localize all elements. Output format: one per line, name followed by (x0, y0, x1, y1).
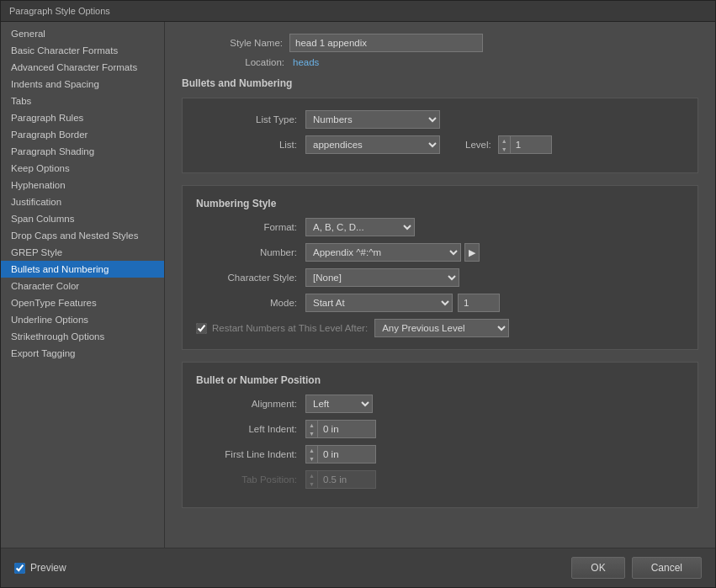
level-spinner-arrows[interactable]: ▲ ▼ (498, 135, 510, 154)
footer: Preview OK Cancel (1, 548, 715, 587)
footer-buttons: OK Cancel (571, 557, 702, 579)
location-label: Location: (183, 57, 284, 67)
style-name-row: Style Name: (182, 34, 698, 52)
list-type-row: List Type: Numbers Bullets None (196, 110, 684, 129)
tab-position-label: Tab Position: (196, 474, 297, 485)
ok-button[interactable]: OK (571, 557, 624, 579)
tab-position-down: ▼ (306, 479, 317, 488)
level-spinner: ▲ ▼ (498, 135, 552, 154)
header-fields: Style Name: Location: heads (182, 34, 698, 67)
dialog: Paragraph Style Options General Basic Ch… (0, 0, 716, 588)
tab-position-row: Tab Position: ▲ ▼ (196, 470, 684, 489)
level-up-arrow[interactable]: ▲ (499, 136, 510, 145)
sidebar-item-export-tagging[interactable]: Export Tagging (1, 345, 164, 362)
number-input-container: Appendix ^#:^m ▶ (305, 243, 480, 262)
sidebar-item-general[interactable]: General (1, 25, 164, 42)
number-expand-btn[interactable]: ▶ (464, 243, 480, 262)
location-value: heads (293, 57, 319, 67)
preview-row: Preview (14, 562, 66, 574)
first-line-indent-input[interactable] (317, 445, 376, 464)
main-content: Style Name: Location: heads Bullets and … (165, 22, 715, 548)
first-line-indent-label: First Line Indent: (196, 449, 297, 459)
restart-checkbox[interactable] (196, 323, 207, 334)
char-style-select[interactable]: [None] (305, 268, 459, 287)
sidebar-item-bullets-numbering[interactable]: Bullets and Numbering (1, 261, 164, 278)
left-indent-spinner: ▲ ▼ (305, 420, 376, 438)
level-container: Level: ▲ ▼ (465, 135, 552, 154)
level-label: Level: (465, 140, 491, 150)
sidebar-item-strikethrough[interactable]: Strikethrough Options (1, 328, 164, 345)
first-line-indent-arrows[interactable]: ▲ ▼ (305, 445, 317, 464)
sidebar-item-hyphenation[interactable]: Hyphenation (1, 177, 164, 193)
alignment-label: Alignment: (196, 399, 297, 409)
first-line-indent-down[interactable]: ▼ (306, 454, 317, 463)
alignment-row: Alignment: Left Center Right (196, 395, 684, 413)
sidebar-item-tabs[interactable]: Tabs (1, 93, 164, 109)
sidebar-item-opentype[interactable]: OpenType Features (1, 294, 164, 311)
list-select[interactable]: appendices (305, 135, 440, 154)
alignment-select[interactable]: Left Center Right (305, 395, 373, 413)
left-indent-arrows[interactable]: ▲ ▼ (305, 420, 317, 438)
list-type-select[interactable]: Numbers Bullets None (305, 110, 440, 129)
list-row: List: appendices Level: ▲ ▼ (196, 135, 684, 154)
format-select[interactable]: A, B, C, D... 1, 2, 3, 4... i, ii, iii..… (305, 218, 415, 236)
number-row: Number: Appendix ^#:^m ▶ (196, 243, 684, 262)
first-line-indent-spinner: ▲ ▼ (305, 445, 376, 464)
sidebar-item-basic-char[interactable]: Basic Character Formats (1, 42, 164, 59)
restart-row: Restart Numbers at This Level After: Any… (196, 319, 684, 337)
numbering-style-title: Numbering Style (196, 198, 684, 209)
style-name-input[interactable] (289, 34, 483, 52)
left-indent-down[interactable]: ▼ (306, 429, 317, 437)
format-label: Format: (196, 222, 297, 232)
sidebar-item-keep-options[interactable]: Keep Options (1, 160, 164, 177)
position-title: Bullet or Number Position (196, 374, 684, 386)
numbering-style-panel: Numbering Style Format: A, B, C, D... 1,… (182, 185, 698, 350)
restart-select[interactable]: Any Previous Level Previous Level (374, 319, 509, 337)
dialog-body: General Basic Character Formats Advanced… (1, 22, 715, 548)
sidebar-item-drop-caps[interactable]: Drop Caps and Nested Styles (1, 227, 164, 244)
bullets-numbering-title: Bullets and Numbering (182, 77, 698, 89)
style-name-label: Style Name: (182, 38, 283, 48)
tab-position-up: ▲ (306, 471, 317, 479)
dialog-title: Paragraph Style Options (9, 6, 110, 16)
sidebar-item-paragraph-rules[interactable]: Paragraph Rules (1, 109, 164, 126)
mode-select[interactable]: Start At Continue from Previous (305, 294, 453, 312)
location-row: Location: heads (183, 57, 698, 67)
mode-number-input[interactable] (458, 294, 500, 312)
level-down-arrow[interactable]: ▼ (499, 145, 510, 153)
left-indent-row: Left Indent: ▲ ▼ (196, 420, 684, 438)
first-line-indent-row: First Line Indent: ▲ ▼ (196, 445, 684, 464)
number-label: Number: (196, 247, 297, 257)
bullets-numbering-panel: List Type: Numbers Bullets None List: ap… (182, 98, 698, 173)
sidebar-item-advanced-char[interactable]: Advanced Character Formats (1, 59, 164, 76)
sidebar: General Basic Character Formats Advanced… (1, 22, 165, 548)
format-row: Format: A, B, C, D... 1, 2, 3, 4... i, i… (196, 218, 684, 236)
preview-label: Preview (30, 562, 66, 574)
sidebar-item-paragraph-border[interactable]: Paragraph Border (1, 126, 164, 143)
tab-position-spinner: ▲ ▼ (305, 470, 376, 489)
left-indent-label: Left Indent: (196, 424, 297, 434)
sidebar-item-justification[interactable]: Justification (1, 193, 164, 210)
first-line-indent-up[interactable]: ▲ (306, 446, 317, 454)
sidebar-item-paragraph-shading[interactable]: Paragraph Shading (1, 143, 164, 160)
cancel-button[interactable]: Cancel (632, 557, 702, 579)
level-value[interactable] (510, 135, 552, 154)
mode-label: Mode: (196, 298, 297, 308)
char-style-label: Character Style: (196, 273, 297, 283)
left-indent-up[interactable]: ▲ (306, 421, 317, 429)
sidebar-item-underline[interactable]: Underline Options (1, 311, 164, 328)
number-select[interactable]: Appendix ^#:^m (305, 243, 461, 262)
restart-label: Restart Numbers at This Level After: (212, 323, 368, 333)
title-bar: Paragraph Style Options (1, 1, 715, 22)
left-indent-input[interactable] (317, 420, 376, 438)
tab-position-arrows: ▲ ▼ (305, 470, 317, 489)
sidebar-item-grep-style[interactable]: GREP Style (1, 244, 164, 261)
position-panel: Bullet or Number Position Alignment: Lef… (182, 362, 698, 508)
sidebar-item-character-color[interactable]: Character Color (1, 278, 164, 294)
mode-row: Mode: Start At Continue from Previous (196, 294, 684, 312)
tab-position-input (317, 470, 376, 489)
sidebar-item-indents[interactable]: Indents and Spacing (1, 76, 164, 93)
preview-checkbox[interactable] (14, 563, 25, 574)
sidebar-item-span-columns[interactable]: Span Columns (1, 210, 164, 227)
list-label: List: (196, 140, 297, 150)
